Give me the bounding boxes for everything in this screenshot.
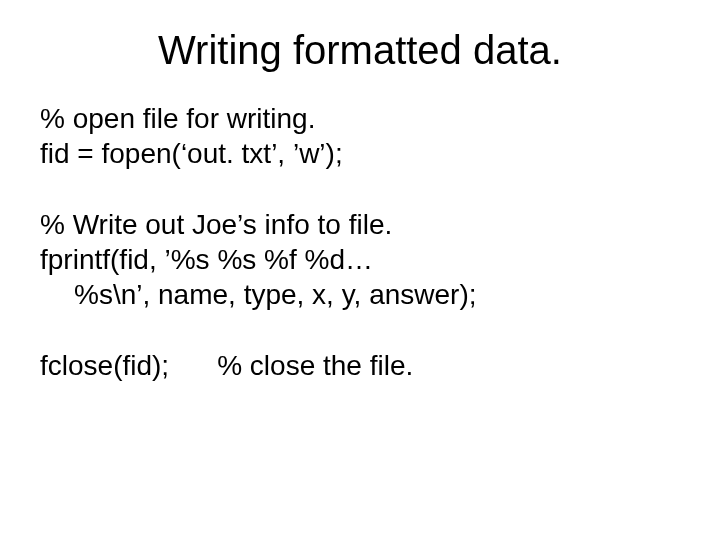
slide-title: Writing formatted data. (40, 28, 680, 73)
code-block-open: % open file for writing. fid = fopen(‘ou… (40, 101, 680, 171)
code-block-write: % Write out Joe’s info to file. fprintf(… (40, 207, 680, 312)
comment-open: % open file for writing. (40, 101, 680, 136)
code-fopen: fid = fopen(‘out. txt’, ’w’); (40, 136, 680, 171)
code-fprintf-1: fprintf(fid, ’%s %s %f %d… (40, 242, 680, 277)
code-fclose: fclose(fid); (40, 348, 169, 383)
comment-close: % close the file. (217, 348, 413, 383)
slide: Writing formatted data. % open file for … (0, 0, 720, 540)
comment-write: % Write out Joe’s info to file. (40, 207, 680, 242)
code-fprintf-2: %s\n’, name, type, x, y, answer); (40, 277, 680, 312)
code-block-close: fclose(fid); % close the file. (40, 348, 680, 383)
